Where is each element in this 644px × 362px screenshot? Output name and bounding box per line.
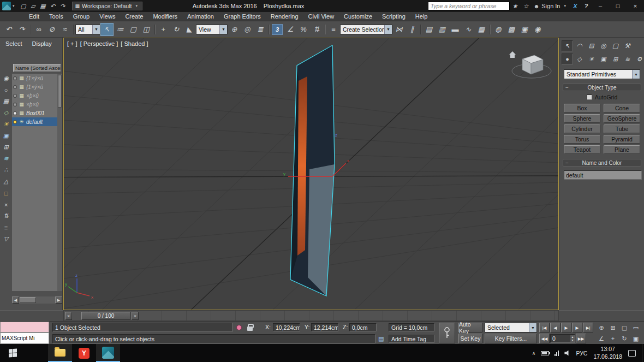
toolbar-separator[interactable]: [323, 23, 327, 36]
menu-item[interactable]: Help: [410, 13, 433, 20]
scene-explorer-toggle-icon[interactable]: ▤: [422, 23, 436, 36]
primitive-button[interactable]: Tube: [604, 124, 640, 133]
explorer-item-row[interactable]: ▦ {1×ý×û: [12, 82, 57, 91]
go-to-end-button[interactable]: ▶|: [583, 323, 593, 333]
display-all-icon[interactable]: ◉: [1, 73, 11, 84]
viewport-canvas[interactable]: y x z z x y: [64, 38, 558, 310]
start-button[interactable]: [0, 344, 25, 362]
toolbar-separator[interactable]: [28, 23, 32, 36]
display-lights-icon[interactable]: ☀: [1, 118, 11, 130]
autogrid-checkbox[interactable]: [587, 94, 592, 100]
next-frame-icon[interactable]: >: [132, 312, 139, 320]
visibility-bulb-icon[interactable]: [13, 120, 17, 124]
3dsmax-app[interactable]: [96, 344, 120, 362]
visibility-bulb-icon[interactable]: [13, 111, 17, 115]
workspace-dropdown[interactable]: ▦ Workspace: Default ▾: [72, 2, 142, 10]
previous-frame-icon[interactable]: <: [65, 312, 72, 320]
primitive-button[interactable]: Sphere: [564, 114, 600, 123]
display-shapes-icon[interactable]: ◇: [1, 107, 11, 118]
maximize-button[interactable]: □: [609, 0, 627, 12]
menu-item[interactable]: Views: [94, 13, 120, 20]
primitive-button[interactable]: Box: [564, 104, 600, 112]
select-by-name-icon[interactable]: ≔: [114, 23, 127, 36]
viewport-menu-item[interactable]: [ Shaded ]: [121, 40, 148, 47]
toolbar-separator[interactable]: [153, 23, 157, 36]
primitive-button[interactable]: Plane: [604, 145, 640, 154]
previous-frame-button[interactable]: ◀: [550, 323, 560, 333]
unlink-selection-icon[interactable]: ⊘: [45, 23, 58, 36]
selected-plane-object[interactable]: [290, 45, 335, 296]
explorer-menu-item[interactable]: Display: [29, 39, 55, 48]
render-setup-icon[interactable]: ▩: [505, 23, 518, 36]
isolate-selection-icon[interactable]: [236, 325, 242, 330]
clock[interactable]: 13:07 17.06.2018: [590, 346, 625, 360]
auto-key-button[interactable]: Auto Key: [458, 323, 482, 333]
volume-icon[interactable]: [562, 344, 573, 362]
close-button[interactable]: ×: [627, 0, 644, 12]
prompt-history-icon[interactable]: ▤: [378, 335, 384, 342]
visibility-bulb-icon[interactable]: [13, 85, 17, 89]
named-selection-sets-icon[interactable]: ≡: [327, 23, 340, 36]
explorer-item-row[interactable]: ▦ ×þ×û: [12, 91, 57, 100]
menu-item[interactable]: Scripting: [377, 13, 410, 20]
open-file-icon[interactable]: ▱: [28, 1, 38, 11]
named-selection-sets-dropdown[interactable]: Create Selection Se▼: [340, 25, 392, 34]
render-production-icon[interactable]: ◉: [531, 23, 544, 36]
select-object-icon[interactable]: ↖: [100, 23, 114, 36]
selection-set-dropdown[interactable]: Selected ▼: [485, 323, 537, 333]
select-and-link-icon[interactable]: ∞: [32, 23, 45, 36]
scroll-right-icon[interactable]: ▶: [55, 296, 62, 304]
menu-item[interactable]: Rendering: [266, 13, 303, 20]
primitive-button[interactable]: Torus: [564, 135, 600, 144]
display-containers-icon[interactable]: □: [1, 187, 11, 199]
viewport-menu-item[interactable]: [ + ]: [67, 40, 77, 47]
tab-create-icon[interactable]: ↖: [562, 40, 573, 51]
y-coordinate-field[interactable]: 12,214cm: [311, 323, 338, 331]
category-shapes-icon[interactable]: ◇: [574, 54, 585, 64]
toolbar-separator[interactable]: [488, 23, 492, 36]
scrollbar-thumb[interactable]: [58, 75, 62, 108]
toolbar-separator[interactable]: [267, 23, 271, 36]
perspective-viewport[interactable]: y x z z x y [ + ][ Pers: [63, 38, 559, 310]
angle-snap-icon[interactable]: ∠: [284, 23, 297, 36]
menu-item[interactable]: Graph Editors: [219, 13, 266, 20]
undo-icon[interactable]: ↶: [2, 23, 15, 36]
next-frame-button[interactable]: ▶: [572, 323, 582, 333]
category-lights-icon[interactable]: ☀: [586, 54, 597, 64]
redo-icon[interactable]: ↷: [15, 23, 28, 36]
ribbon-toggle-icon[interactable]: ▬: [449, 23, 462, 36]
set-key-button[interactable]: Set Key: [458, 334, 482, 343]
category-geometry-icon[interactable]: ●: [562, 54, 573, 64]
undo-icon[interactable]: ↶: [48, 1, 58, 11]
menu-item[interactable]: Animation: [182, 13, 219, 20]
time-slider[interactable]: < 0 / 100 >: [63, 310, 559, 321]
yandex-browser-app[interactable]: Y: [72, 344, 96, 362]
category-space-warps-icon[interactable]: ≋: [622, 54, 633, 64]
orbit-icon[interactable]: ↻: [619, 334, 630, 343]
tray-expand-icon[interactable]: ∧: [529, 344, 539, 362]
name-and-color-rollout[interactable]: − Name and Color: [563, 159, 641, 167]
new-scene-icon[interactable]: ▢: [19, 1, 28, 11]
tab-display-icon[interactable]: ▢: [610, 40, 621, 51]
zoom-all-icon[interactable]: ⊞: [607, 323, 618, 333]
mirror-icon[interactable]: ⋈: [392, 23, 406, 36]
display-space-warps-icon[interactable]: ≋: [1, 153, 11, 164]
toolbar-separator[interactable]: [71, 23, 75, 36]
display-none-icon[interactable]: ○: [1, 84, 11, 96]
x-coordinate-field[interactable]: 10,224cm: [273, 323, 300, 331]
tab-utilities-icon[interactable]: ⚒: [622, 40, 633, 51]
sort-ascending-icon[interactable]: ⇅: [1, 210, 11, 222]
tab-hierarchy-icon[interactable]: ⊟: [586, 40, 597, 51]
category-systems-icon[interactable]: ⚙: [634, 54, 644, 64]
curve-editor-icon[interactable]: ∿: [462, 23, 475, 36]
spinner-down-icon[interactable]: ▼: [570, 339, 575, 342]
category-helpers-icon[interactable]: ⊞: [610, 54, 621, 64]
explorer-item-row[interactable]: ▦ ×þ×û: [12, 100, 57, 109]
schematic-view-icon[interactable]: ▦: [475, 23, 488, 36]
select-and-scale-icon[interactable]: ◣: [183, 23, 196, 36]
explorer-item-row[interactable]: ▦ {1×ý×û: [12, 74, 57, 82]
network-icon[interactable]: [552, 344, 562, 362]
macro-recorder-pane[interactable]: [0, 322, 49, 333]
pan-icon[interactable]: +: [607, 334, 618, 343]
set-keys-button[interactable]: [439, 323, 455, 343]
